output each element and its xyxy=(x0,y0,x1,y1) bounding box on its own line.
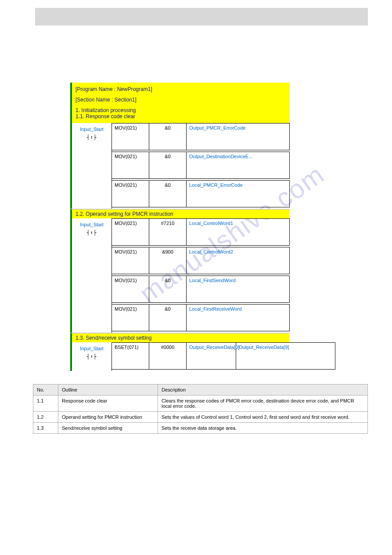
instruction-row: MOV(021) &0 Output_DestinationDeviceE... xyxy=(112,152,290,179)
contact-label: Input_Start xyxy=(72,346,111,351)
table-cell-outline: Send/receive symbol setting xyxy=(58,423,158,434)
opcode: MOV(021) xyxy=(112,305,149,331)
table-cell-desc: Sets the receive data storage area. xyxy=(158,423,368,434)
instruction-row: MOV(021) &0 Local_PMCR_ErrorCode xyxy=(112,180,290,207)
opcode: MOV(021) xyxy=(112,219,149,245)
operand-value: &900 xyxy=(149,247,187,274)
rising-edge-contact-icon: ┤↑├ xyxy=(72,354,111,359)
table-header-no: No. xyxy=(33,385,58,395)
table-header-desc: Description xyxy=(158,385,368,395)
instruction-row: MOV(021) &0 Local_FirstSendWord xyxy=(112,276,290,303)
symbol-target: Local_PMCR_ErrorCode xyxy=(187,181,236,207)
rising-edge-contact-icon: ┤↑├ xyxy=(72,134,111,140)
heading-1: 1. Initialization processing xyxy=(76,107,286,113)
operand-value: #0000 xyxy=(149,343,187,369)
table-row: 1.3 Send/receive symbol setting Sets the… xyxy=(33,423,368,434)
table-cell-no: 1.3 xyxy=(33,423,58,434)
rising-edge-contact-icon: ┤↑├ xyxy=(72,230,111,236)
operand-value: &0 xyxy=(149,305,187,331)
opcode: MOV(021) xyxy=(112,181,149,207)
table-cell-desc: Sets the values of Control word 1, Contr… xyxy=(158,412,368,423)
heading-1-3: 1.3. Send/receive symbol setting xyxy=(70,333,290,342)
operand-value: &0 xyxy=(149,123,187,150)
description-table: No. Outline Description 1.1 Response cod… xyxy=(33,384,368,434)
opcode: MOV(021) xyxy=(112,247,149,274)
contact-label: Input_Start xyxy=(72,127,111,132)
section-name: [Section Name : Section1] xyxy=(76,97,286,103)
table-cell-outline: Operand setting for PMCR instruction xyxy=(58,412,158,423)
table-row: 1.2 Operand setting for PMCR instruction… xyxy=(33,412,368,423)
operand-value: &0 xyxy=(149,276,187,302)
rung-left-1-2: Input_Start ┤↑├ xyxy=(72,218,112,333)
table-header-outline: Outline xyxy=(58,385,158,395)
contact-label: Input_Start xyxy=(72,222,111,227)
instruction-row: MOV(021) &0 Local_FirstReceiveWord xyxy=(112,304,290,331)
opcode: MOV(021) xyxy=(112,276,149,302)
table-cell-desc: Clears the response codes of PMCR error … xyxy=(158,395,368,412)
instruction-row: MOV(021) &900 Local_ControlWord2 xyxy=(112,247,290,274)
symbol-target: Local_FirstReceiveWord xyxy=(187,305,236,331)
program-header: [Program Name : NewProgram1] [Section Na… xyxy=(70,83,290,123)
heading-1-2: 1.2. Operand setting for PMCR instructio… xyxy=(70,209,290,218)
instruction-row: MOV(021) #7210 Local_ControlWord1 xyxy=(112,218,290,246)
rung-1-1: Input_Start ┤↑├ MOV(021) &0 Output_PMCR_… xyxy=(70,123,290,209)
symbol-target: Output_DestinationDeviceE... xyxy=(187,152,236,178)
table-row: 1.1 Response code clear Clears the respo… xyxy=(33,395,368,412)
opcode: MOV(021) xyxy=(112,123,149,150)
operand-value: #7210 xyxy=(149,219,187,245)
symbol-target-2: Output_ReceiveData[9] xyxy=(236,343,285,369)
opcode: BSET(071) xyxy=(112,343,149,369)
opcode: MOV(021) xyxy=(112,152,149,178)
heading-1-1: 1.1. Response code clear xyxy=(76,113,286,120)
rung-1-3: Input_Start ┤↑├ BSET(071) #0000 Output_R… xyxy=(70,342,335,371)
top-bar xyxy=(35,8,368,25)
symbol-target: Local_ControlWord2 xyxy=(187,247,236,274)
instruction-row: MOV(021) &0 Output_PMCR_ErrorCode xyxy=(112,123,290,150)
operand-value: &0 xyxy=(149,152,187,178)
rung-1-2: Input_Start ┤↑├ MOV(021) #7210 Local_Con… xyxy=(70,218,290,333)
instruction-row: BSET(071) #0000 Output_ReceiveData[0] Ou… xyxy=(112,342,335,370)
table-cell-no: 1.1 xyxy=(33,395,58,412)
symbol-target: Output_ReceiveData[0] xyxy=(187,343,236,369)
symbol-target: Output_PMCR_ErrorCode xyxy=(187,123,236,150)
table-cell-outline: Response code clear xyxy=(58,395,158,412)
symbol-target: Local_FirstSendWord xyxy=(187,276,236,302)
ladder-diagram: [Program Name : NewProgram1] [Section Na… xyxy=(70,83,290,371)
operand-value: &0 xyxy=(149,181,187,207)
rung-left-1-1: Input_Start ┤↑├ xyxy=(72,123,112,209)
program-name: [Program Name : NewProgram1] xyxy=(76,86,286,92)
symbol-target: Local_ControlWord1 xyxy=(187,219,236,245)
table-cell-no: 1.2 xyxy=(33,412,58,423)
rung-left-1-3: Input_Start ┤↑├ xyxy=(72,342,112,371)
